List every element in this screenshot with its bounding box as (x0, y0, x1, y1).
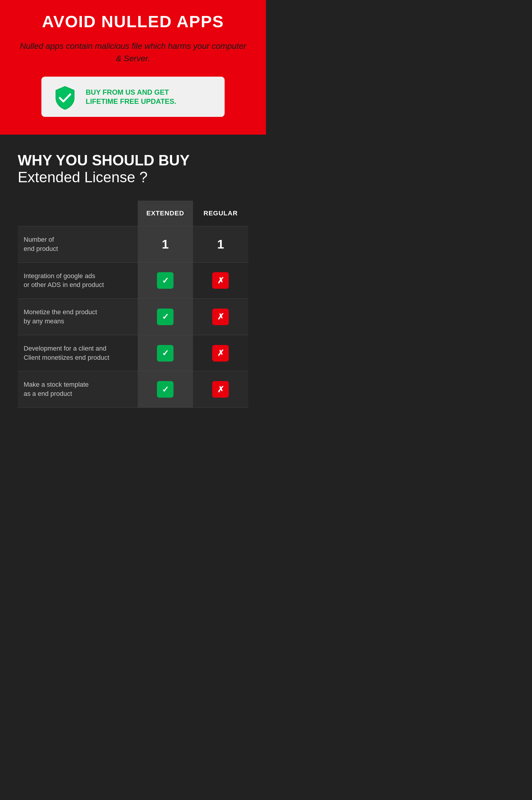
table-row: Make a stock templateas a end product✓✗ (18, 371, 248, 408)
feature-cell: Number ofend product (18, 226, 138, 263)
why-title-block: WHY YOU SHOULD BUY Extended License ? (18, 152, 248, 186)
shield-icon (53, 85, 77, 109)
table-header-row: EXTENDED REGULAR (18, 201, 248, 226)
why-title-bold: WHY YOU SHOULD BUY (18, 152, 248, 169)
regular-cell: ✗ (193, 299, 248, 335)
feature-cell: Integration of google adsor other ADS in… (18, 262, 138, 299)
comparison-table: EXTENDED REGULAR Number ofend product11I… (18, 201, 248, 408)
cross-badge-icon: ✗ (212, 309, 229, 325)
regular-cell: ✗ (193, 335, 248, 371)
regular-number: 1 (217, 237, 224, 251)
regular-cell: 1 (193, 226, 248, 263)
extended-number: 1 (162, 237, 169, 251)
top-section: AVOID NULLED APPS Nulled apps contain ma… (0, 0, 266, 134)
header-regular-col: REGULAR (193, 201, 248, 226)
table-row: Number ofend product11 (18, 226, 248, 263)
table-row: Monetize the end productby any means✓✗ (18, 299, 248, 335)
dark-section: WHY YOU SHOULD BUY Extended License ? EX… (0, 134, 266, 420)
subtitle-text: Nulled apps contain malicious file which… (18, 40, 248, 65)
why-title-normal: Extended License ? (18, 169, 248, 186)
feature-cell: Monetize the end productby any means (18, 299, 138, 335)
check-badge-icon: ✓ (157, 272, 173, 289)
header-feature-col (18, 201, 138, 226)
cross-badge-icon: ✗ (212, 381, 229, 398)
check-badge-icon: ✓ (157, 381, 173, 398)
buy-card-text: BUY FROM US AND GET LIFETIME FREE UPDATE… (86, 88, 176, 106)
extended-cell: ✓ (138, 299, 193, 335)
check-badge-icon: ✓ (157, 309, 173, 325)
header-extended-col: EXTENDED (138, 201, 193, 226)
avoid-title: AVOID NULLED APPS (18, 12, 248, 31)
feature-cell: Development for a client andClient monet… (18, 335, 138, 371)
extended-cell: ✓ (138, 371, 193, 408)
feature-cell: Make a stock templateas a end product (18, 371, 138, 408)
table-row: Development for a client andClient monet… (18, 335, 248, 371)
extended-cell: ✓ (138, 262, 193, 299)
buy-card: BUY FROM US AND GET LIFETIME FREE UPDATE… (41, 77, 225, 117)
regular-cell: ✗ (193, 371, 248, 408)
extended-cell: ✓ (138, 335, 193, 371)
cross-badge-icon: ✗ (212, 272, 229, 289)
check-badge-icon: ✓ (157, 345, 173, 362)
regular-cell: ✗ (193, 262, 248, 299)
extended-cell: 1 (138, 226, 193, 263)
cross-badge-icon: ✗ (212, 345, 229, 362)
table-row: Integration of google adsor other ADS in… (18, 262, 248, 299)
